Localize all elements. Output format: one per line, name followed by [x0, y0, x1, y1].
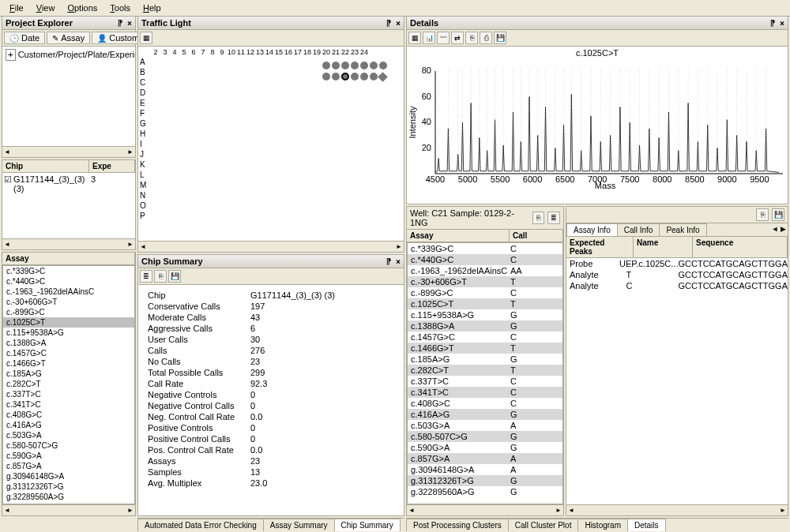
- tab-histogram[interactable]: Histogram: [577, 519, 628, 531]
- info-col-0[interactable]: Expected Peaks: [566, 237, 634, 257]
- assay-call-row[interactable]: c.416A>GG: [408, 409, 562, 420]
- assay-call-row[interactable]: g.30946148G>AA: [408, 464, 562, 475]
- pe-tree-root[interactable]: Customer/Project/Plate/Experim: [6, 50, 132, 60]
- assay-call-row[interactable]: c.-30+606G>TT: [408, 276, 562, 287]
- assay-call-row[interactable]: c.503G>AA: [408, 420, 562, 431]
- assay-item[interactable]: c.1388G>A: [3, 338, 134, 348]
- assay-item[interactable]: c.-30+606G>T: [3, 297, 134, 307]
- menu-options[interactable]: Options: [61, 2, 103, 14]
- assay-item[interactable]: c.580-507C>G: [3, 440, 134, 451]
- assay-call-row[interactable]: g.31312326T>GG: [408, 475, 562, 486]
- info-col-2[interactable]: Sequence: [693, 237, 788, 257]
- menu-file[interactable]: FFileile: [3, 2, 30, 14]
- assay-call-row[interactable]: c.*339G>CC: [408, 243, 562, 254]
- chip-col-chip[interactable]: Chip: [2, 160, 89, 172]
- menu-tools[interactable]: Tools: [103, 2, 137, 14]
- tab-adec[interactable]: Automated Data Error Checking: [137, 519, 264, 531]
- assay-call-row[interactable]: c.1025C>TT: [408, 298, 562, 309]
- pe-tab-date[interactable]: 🕒Date: [4, 32, 45, 44]
- menu-help[interactable]: Help: [137, 2, 167, 14]
- assay-call-list[interactable]: c.*339G>CCc.*440G>CCc.-1963_-1962delAAin…: [407, 242, 563, 504]
- assay-item[interactable]: c.185A>G: [3, 369, 134, 379]
- chip-row[interactable]: ☑ G1171144_(3)_(3) (3) 3: [4, 174, 134, 193]
- chip-scroll[interactable]: [2, 238, 135, 249]
- dt-tool-7[interactable]: 💾: [494, 32, 506, 44]
- assay-call-row[interactable]: c.337T>CC: [408, 376, 562, 387]
- well-tool-1[interactable]: ⎘: [532, 212, 545, 224]
- assay-col-header[interactable]: Assay: [2, 253, 135, 264]
- assay-call-row[interactable]: c.*440G>CC: [408, 254, 562, 265]
- assay-item[interactable]: c.341T>C: [3, 399, 134, 410]
- info-col-1[interactable]: Name: [634, 237, 693, 257]
- assay-item[interactable]: c.408G>C: [3, 410, 134, 420]
- info-scroll[interactable]: [566, 504, 788, 515]
- traffic-grid[interactable]: 23456789101112131415161718192021222324 A…: [138, 47, 404, 241]
- assay-call-row[interactable]: c.115+9538A>GG: [408, 309, 562, 320]
- tab-assay-info[interactable]: Assay Info: [566, 223, 618, 236]
- assay-item[interactable]: c.1025C>T: [3, 317, 134, 328]
- tab-details[interactable]: Details: [627, 519, 666, 531]
- tl-tool-1[interactable]: ▦: [140, 32, 152, 44]
- info-tool-1[interactable]: ⎘: [756, 208, 769, 221]
- menu-view[interactable]: View: [30, 2, 62, 14]
- assay-call-row[interactable]: g.32289560A>GG: [408, 486, 562, 497]
- tab-call-info[interactable]: Call Info: [617, 223, 660, 236]
- assay-call-row[interactable]: c.-899G>CC: [408, 287, 562, 298]
- assay-call-row[interactable]: c.282C>TT: [408, 365, 562, 376]
- chip-col-expe[interactable]: Expe: [89, 160, 135, 172]
- ac-col-call[interactable]: Call: [510, 230, 563, 242]
- tl-scroll[interactable]: [138, 241, 404, 252]
- assay-call-row[interactable]: c.580-507C>GG: [408, 431, 562, 442]
- info-tool-2[interactable]: 💾: [772, 208, 784, 221]
- tab-ccp[interactable]: Call Cluster Plot: [508, 519, 579, 531]
- dt-tool-4[interactable]: ⇄: [451, 32, 464, 44]
- assay-item[interactable]: g.32289560A>G: [3, 492, 134, 502]
- assay-call-row[interactable]: c.-1963_-1962delAAinsCAA: [408, 265, 562, 276]
- tab-assay-summary[interactable]: Assay Summary: [263, 519, 335, 531]
- assay-call-row[interactable]: c.341T>CC: [408, 387, 562, 398]
- pe-tab-assay[interactable]: ✎Assay: [47, 32, 90, 44]
- assay-item[interactable]: c.115+9538A>G: [3, 328, 134, 338]
- assay-call-row[interactable]: c.1388G>AG: [408, 320, 562, 332]
- assay-item[interactable]: c.857G>A: [3, 461, 134, 471]
- ac-col-assay[interactable]: Assay: [407, 230, 510, 242]
- tab-peak-info[interactable]: Peak Info: [659, 223, 706, 236]
- well-tool-2[interactable]: ≣: [547, 212, 560, 224]
- dt-tool-3[interactable]: 〰: [437, 32, 450, 44]
- assay-call-row[interactable]: c.857G>AA: [408, 453, 562, 464]
- dt-tool-5[interactable]: ⎘: [465, 32, 478, 44]
- assay-item[interactable]: c.337T>C: [3, 389, 134, 399]
- assay-list[interactable]: c.*339G>Cc.*440G>Cc.-1963_-1962delAAinsC…: [2, 265, 135, 504]
- pe-scroll[interactable]: [2, 146, 135, 157]
- assay-scroll[interactable]: [2, 504, 135, 515]
- pe-title: Project Explorer: [6, 18, 73, 28]
- assay-call-row[interactable]: c.590G>AG: [408, 442, 562, 453]
- assay-item[interactable]: g.30946148G>A: [3, 471, 134, 481]
- assay-item[interactable]: c.-899G>C: [3, 307, 134, 317]
- tab-chip-summary[interactable]: Chip Summary: [334, 519, 401, 531]
- ac-scroll[interactable]: [407, 504, 563, 515]
- dt-tool-2[interactable]: 📊: [423, 32, 435, 44]
- assay-item[interactable]: c.503G>A: [3, 430, 134, 440]
- assay-item[interactable]: c.-1963_-1962delAAinsC: [3, 287, 134, 297]
- spectrum-chart[interactable]: 4500500055006000650070007500800085009000…: [407, 59, 788, 189]
- dt-tool-6[interactable]: ⎙: [480, 32, 492, 44]
- assay-item[interactable]: c.416A>G: [3, 420, 134, 430]
- cs-tool-3[interactable]: 💾: [168, 270, 181, 283]
- assay-item[interactable]: g.31312326T>G: [3, 481, 134, 492]
- assay-item[interactable]: c.*339G>C: [3, 266, 134, 276]
- cs-tool-2[interactable]: ⎘: [154, 270, 167, 283]
- assay-call-row[interactable]: c.1457G>CC: [408, 332, 562, 343]
- assay-call-row[interactable]: c.185A>GG: [408, 354, 562, 365]
- cs-tool-1[interactable]: ≣: [140, 270, 152, 283]
- assay-call-row[interactable]: c.408G>CC: [408, 398, 562, 409]
- assay-item[interactable]: c.1466G>T: [3, 358, 134, 369]
- assay-item[interactable]: c.1457G>C: [3, 348, 134, 358]
- dt-tool-1[interactable]: ▦: [408, 32, 421, 44]
- pe-tree[interactable]: Customer/Project/Plate/Experim: [2, 47, 135, 146]
- assay-item[interactable]: c.*440G>C: [3, 276, 134, 287]
- assay-item[interactable]: c.590G>A: [3, 451, 134, 461]
- assay-item[interactable]: c.282C>T: [3, 379, 134, 389]
- assay-call-row[interactable]: c.1466G>TT: [408, 343, 562, 354]
- tab-ppc[interactable]: Post Processing Clusters: [406, 519, 509, 531]
